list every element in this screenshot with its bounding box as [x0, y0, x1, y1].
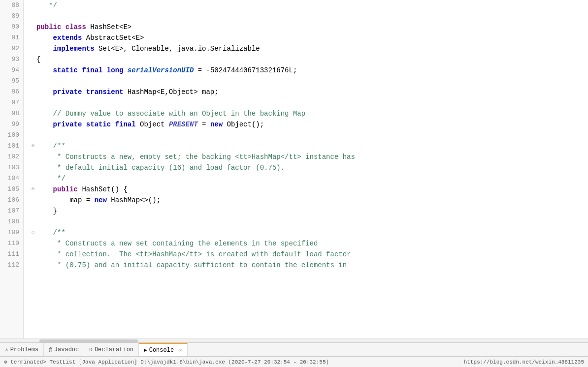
code-token — [36, 229, 53, 237]
code-line-107: } — [30, 206, 588, 216]
code-line-92: implements Set<E>, Cloneable, java.io.Se… — [30, 43, 588, 54]
line-number-92: 92 — [4, 43, 19, 54]
line-number-91: 91 — [4, 32, 19, 43]
code-line-111: * collection. The <tt>HashMap</tt> is cr… — [30, 249, 588, 260]
code-token: HashSet — [90, 23, 119, 31]
line-numbers: 8889909192939495969798991001011021031041… — [0, 0, 24, 338]
line-code-98: // Dummy value to associate with an Obje… — [36, 108, 588, 119]
line-code-112: * (0.75) and an initial capacity suffici… — [36, 260, 588, 271]
line-code-94: static final long serialVersionUID = -50… — [36, 65, 588, 76]
line-code-107: } — [36, 206, 588, 216]
bottom-tab-bar: ⚠Problems@JavadocDDeclaration▶Console✕ — [0, 342, 588, 356]
line-code-106: map = new HashMap<>(); — [36, 195, 588, 206]
code-token: Set<E>, Cloneable, java.io.Serializable — [98, 45, 260, 53]
code-line-89 — [30, 11, 588, 22]
tab-label-javadoc: Javadoc — [54, 346, 79, 353]
code-line-103: * default initial capacity (16) and load… — [30, 162, 588, 173]
line-number-101: 101 — [4, 141, 19, 152]
code-token: <E> — [131, 34, 144, 42]
code-token: */ — [36, 175, 65, 183]
code-token: final — [115, 121, 140, 128]
code-token: private — [53, 88, 86, 96]
fold-icon-105[interactable]: ⊖ — [30, 184, 36, 195]
tab-console[interactable]: ▶Console✕ — [139, 343, 188, 357]
code-token: /** — [53, 229, 65, 237]
tab-icon-problems: ⚠ — [5, 346, 8, 353]
code-token — [36, 142, 53, 150]
line-number-88: 88 — [4, 0, 19, 11]
status-right: https://blog.csdn.net/weixin_48811235 — [464, 359, 584, 365]
code-line-105: ⊖ public HashSet() { — [30, 184, 588, 195]
code-token: <E> — [119, 23, 131, 31]
line-code-96: private transient HashMap<E,Object> map; — [36, 87, 588, 97]
code-token: Object(); — [227, 121, 264, 128]
code-line-109: ⊖ /** — [30, 227, 588, 238]
status-url: https://blog.csdn.net/weixin_48811235 — [464, 359, 584, 365]
code-token: HashMap<E,Object> map; — [128, 88, 219, 96]
code-token: class — [65, 23, 90, 31]
line-number-96: 96 — [4, 87, 19, 97]
line-number-104: 104 — [4, 173, 19, 184]
code-scroll-area[interactable]: 8889909192939495969798991001011021031041… — [0, 0, 588, 338]
line-number-103: 103 — [4, 162, 19, 173]
tab-label-console: Console — [149, 347, 174, 354]
tab-declaration[interactable]: DDeclaration — [84, 343, 139, 357]
line-code-93: { — [36, 54, 588, 65]
line-number-109: 109 — [4, 227, 19, 238]
scrollbar-thumb[interactable] — [39, 339, 138, 342]
code-line-96: private transient HashMap<E,Object> map; — [30, 87, 588, 97]
line-number-99: 99 — [4, 119, 19, 130]
code-content[interactable]: */public class HashSet<E> extends Abstra… — [24, 0, 588, 338]
code-token: = — [198, 121, 210, 128]
tab-label-problems: Problems — [10, 346, 39, 353]
line-number-102: 102 — [4, 152, 19, 162]
tab-javadoc[interactable]: @Javadoc — [44, 343, 84, 357]
line-code-104: */ — [36, 173, 588, 184]
code-token: static — [53, 66, 82, 74]
line-number-111: 111 — [4, 249, 19, 260]
horizontal-scrollbar[interactable] — [0, 338, 588, 342]
code-line-108 — [30, 216, 588, 227]
status-bar: ⊗ terminated> TestList [Java Application… — [0, 356, 588, 367]
code-token: new — [210, 121, 227, 128]
line-code-110: * Constructs a new set containing the el… — [36, 238, 588, 249]
code-token: map = — [36, 196, 95, 204]
code-token: * collection. The <tt>HashMap</tt> is cr… — [36, 250, 351, 258]
code-token: public — [36, 23, 65, 31]
code-token: public — [53, 185, 82, 193]
tab-icon-console: ▶ — [144, 347, 147, 353]
code-token: new — [95, 196, 111, 204]
line-code-99: private static final Object PRESENT = ne… — [36, 119, 588, 130]
line-code-109: /** — [36, 227, 588, 238]
code-editor: 8889909192939495969798991001011021031041… — [0, 0, 588, 342]
tab-close-console[interactable]: ✕ — [179, 347, 182, 353]
line-number-110: 110 — [4, 238, 19, 249]
line-number-100: 100 — [4, 130, 19, 141]
fold-icon-109[interactable]: ⊖ — [30, 227, 36, 238]
code-token: { — [36, 56, 40, 63]
code-line-112: * (0.75) and an initial capacity suffici… — [30, 260, 588, 271]
line-number-107: 107 — [4, 206, 19, 216]
code-token: final — [82, 66, 106, 74]
code-token: } — [36, 207, 57, 215]
code-token: Object — [140, 121, 169, 128]
line-code-102: * Constructs a new, empty set; the backi… — [36, 152, 588, 162]
code-token — [36, 121, 53, 128]
code-token: static — [86, 121, 115, 128]
line-number-105: 105 — [4, 184, 19, 195]
code-token: long — [107, 66, 128, 74]
code-token: * Constructs a new set containing the el… — [36, 240, 318, 247]
code-token — [36, 34, 53, 42]
line-code-92: implements Set<E>, Cloneable, java.io.Se… — [36, 43, 588, 54]
line-number-95: 95 — [4, 76, 19, 87]
code-token — [36, 185, 53, 193]
code-token — [36, 66, 53, 74]
tab-problems[interactable]: ⚠Problems — [0, 343, 44, 357]
code-token: HashMap<>(); — [111, 196, 161, 204]
code-token: PRESENT — [169, 121, 198, 128]
code-token: extends — [53, 34, 86, 42]
line-number-90: 90 — [4, 22, 19, 32]
line-code-101: /** — [36, 141, 588, 152]
code-line-95 — [30, 76, 588, 87]
fold-icon-101[interactable]: ⊖ — [30, 141, 36, 152]
